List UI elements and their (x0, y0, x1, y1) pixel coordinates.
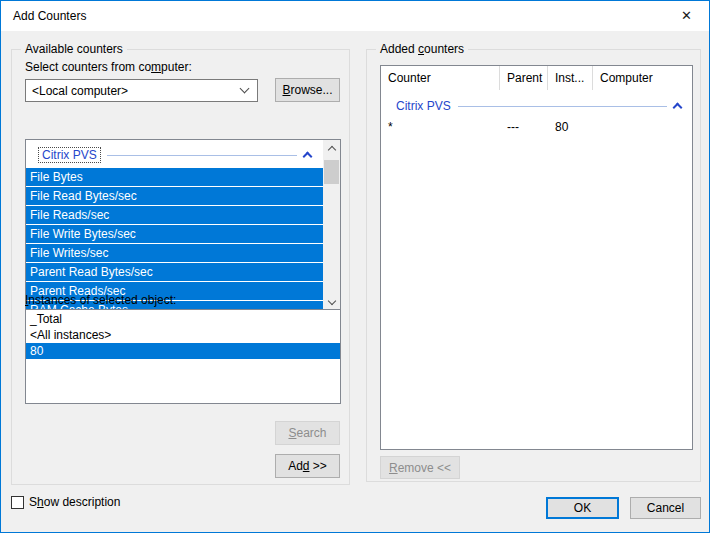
remove-button-post: emove << (398, 461, 451, 475)
column-header-instance[interactable]: Inst... (548, 66, 593, 90)
select-computer-label-post: puter: (161, 60, 192, 74)
ok-button[interactable]: OK (546, 497, 619, 519)
column-header-parent[interactable]: Parent (500, 66, 548, 90)
add-button-key: d (303, 459, 310, 473)
added-counters-group: Added counters Counter Parent Inst... Co… (366, 49, 701, 482)
show-description-checkbox[interactable] (11, 496, 24, 509)
counter-row[interactable]: File Writes/sec (26, 244, 323, 262)
instances-list: _Total<All instances>80 (25, 309, 341, 404)
show-description-row: Show description (11, 495, 120, 509)
show-description-pre: S (29, 495, 37, 509)
search-button-post: earch (296, 426, 326, 440)
collapse-chevron-icon[interactable] (303, 152, 313, 162)
browse-button[interactable]: Browse... (275, 78, 340, 102)
show-description-post: ow description (44, 495, 121, 509)
show-description-label: Show description (29, 495, 120, 509)
added-label-post: ounters (424, 42, 464, 56)
instance-row[interactable]: <All instances> (26, 327, 340, 343)
browse-button-post: rowse... (291, 83, 333, 97)
counters-rows: Citrix PVS File BytesFile Read Bytes/sec… (26, 140, 323, 310)
instances-label-post: nstances of selected object: (28, 293, 176, 307)
select-computer-label: Select counters from computer: (25, 60, 192, 74)
remove-button: Remove << (380, 456, 460, 479)
counter-row[interactable]: File Write Bytes/sec (26, 225, 323, 243)
instance-row[interactable]: _Total (26, 311, 340, 327)
counters-scrollbar[interactable] (323, 140, 340, 310)
added-group-row[interactable]: Citrix PVS (381, 95, 692, 117)
title-bar: Add Counters (1, 1, 709, 31)
computer-combobox-value: <Local computer> (32, 84, 128, 98)
show-description-key: h (37, 495, 44, 509)
collapse-chevron-icon[interactable] (673, 103, 683, 113)
counter-row[interactable]: Parent Read Bytes/sec (26, 263, 323, 281)
counter-group-header[interactable]: Citrix PVS (26, 142, 323, 168)
add-button-post: >> (310, 459, 327, 473)
counter-row[interactable]: File Read Bytes/sec (26, 187, 323, 205)
add-button[interactable]: Add >> (275, 454, 340, 478)
remove-button-key: R (389, 461, 398, 475)
scroll-down-icon[interactable] (323, 293, 340, 310)
chevron-down-icon (240, 83, 250, 93)
counter-group-name[interactable]: Citrix PVS (39, 148, 100, 162)
available-counters-group: Available counters Select counters from … (11, 49, 350, 485)
added-cell-inst: 80 (548, 120, 593, 134)
added-counter-row[interactable]: *---80 (381, 117, 692, 137)
added-group-name[interactable]: Citrix PVS (396, 99, 451, 113)
scrollbar-thumb[interactable] (324, 160, 339, 184)
counter-group-line (107, 155, 297, 156)
added-cell-counter: * (381, 120, 500, 134)
table-header: Counter Parent Inst... Computer (381, 66, 692, 90)
add-counters-dialog: Add Counters ✕ Available counters Select… (0, 0, 710, 533)
added-group-line (458, 106, 667, 107)
scroll-up-icon[interactable] (323, 140, 340, 157)
added-counters-group-label: Added counters (376, 42, 468, 56)
added-label-pre: Added (380, 42, 418, 56)
counters-list: Citrix PVS File BytesFile Read Bytes/sec… (25, 139, 341, 311)
close-icon[interactable]: ✕ (664, 1, 709, 30)
added-table-rows: *---80 (381, 117, 692, 137)
available-counters-group-label: Available counters (21, 42, 127, 56)
counter-row[interactable]: File Reads/sec (26, 206, 323, 224)
column-header-computer[interactable]: Computer (593, 66, 692, 90)
column-header-counter[interactable]: Counter (381, 66, 500, 90)
instances-label: Instances of selected object: (25, 293, 176, 307)
counter-row[interactable]: File Bytes (26, 168, 323, 186)
dialog-title: Add Counters (13, 9, 86, 23)
cancel-button[interactable]: Cancel (630, 497, 701, 519)
instance-row[interactable]: 80 (26, 343, 340, 359)
search-button: Search (275, 421, 340, 445)
added-counters-table: Counter Parent Inst... Computer Citrix P… (380, 65, 693, 450)
select-computer-label-key: m (151, 60, 161, 74)
add-button-pre: Ad (288, 459, 303, 473)
browse-button-key: B (282, 83, 290, 97)
select-computer-label-pre: Select counters from co (25, 60, 151, 74)
added-cell-parent: --- (500, 120, 548, 134)
computer-combobox[interactable]: <Local computer> (25, 79, 258, 102)
